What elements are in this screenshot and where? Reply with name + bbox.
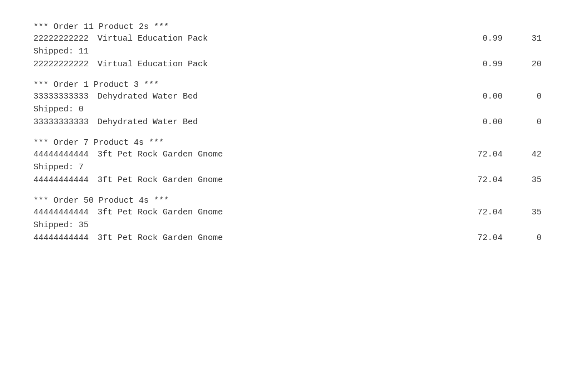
product-name: 3ft Pet Rock Garden Gnome [98,208,223,217]
shipped-line: Shipped: 0 [33,105,542,114]
followup-code: 44444444444 [33,175,89,185]
shipped-text: Shipped: 7 [33,163,84,172]
qty: 35 [525,208,542,217]
followup-name: 3ft Pet Rock Garden Gnome [98,175,223,185]
order-block-1: *** Order 1 Product 3 *** 33333333333 De… [33,80,542,127]
order-header: *** Order 50 Product 4s *** [33,196,542,205]
shipped-text: Shipped: 11 [33,47,89,56]
report-container: *** Order 11 Product 2s *** 22222222222 … [33,22,542,243]
order-header: *** Order 11 Product 2s *** [33,22,542,32]
followup-right: 0.00 0 [475,117,542,127]
followup-row: 22222222222 Virtual Education Pack 0.99 … [33,60,542,69]
followup-price: 0.99 [475,60,503,69]
followup-price: 72.04 [475,175,503,185]
price: 72.04 [475,150,503,159]
product-right: 72.04 35 [475,208,542,217]
followup-name: Dehydrated Water Bed [98,117,198,127]
followup-left: 44444444444 3ft Pet Rock Garden Gnome [33,233,475,243]
product-left: 44444444444 3ft Pet Rock Garden Gnome [33,150,475,159]
product-row: 44444444444 3ft Pet Rock Garden Gnome 72… [33,150,542,159]
followup-qty: 0 [525,233,542,243]
product-right: 0.99 31 [475,34,542,43]
product-row: 44444444444 3ft Pet Rock Garden Gnome 72… [33,208,542,217]
qty: 42 [525,150,542,159]
qty: 0 [525,92,542,101]
product-code: 44444444444 [33,150,89,159]
product-name: 3ft Pet Rock Garden Gnome [98,150,223,159]
followup-row: 44444444444 3ft Pet Rock Garden Gnome 72… [33,175,542,185]
price: 0.00 [475,92,503,101]
followup-right: 72.04 0 [475,233,542,243]
followup-code: 44444444444 [33,233,89,243]
order-block-2: *** Order 7 Product 4s *** 44444444444 3… [33,138,542,185]
followup-left: 33333333333 Dehydrated Water Bed [33,117,475,127]
followup-qty: 35 [525,175,542,185]
followup-qty: 20 [525,60,542,69]
product-code: 33333333333 [33,92,89,101]
product-left: 33333333333 Dehydrated Water Bed [33,92,475,101]
product-right: 0.00 0 [475,92,542,101]
order-header-text: *** Order 50 Product 4s *** [33,196,169,205]
followup-name: Virtual Education Pack [98,60,208,69]
price: 72.04 [475,208,503,217]
followup-price: 72.04 [475,233,503,243]
shipped-line: Shipped: 11 [33,47,542,56]
order-header-text: *** Order 7 Product 4s *** [33,138,164,148]
price: 0.99 [475,34,503,43]
followup-left: 22222222222 Virtual Education Pack [33,60,475,69]
order-header-text: *** Order 11 Product 2s *** [33,22,169,32]
product-row: 33333333333 Dehydrated Water Bed 0.00 0 [33,92,542,101]
followup-left: 44444444444 3ft Pet Rock Garden Gnome [33,175,475,185]
product-left: 22222222222 Virtual Education Pack [33,34,475,43]
followup-price: 0.00 [475,117,503,127]
order-block-3: *** Order 50 Product 4s *** 44444444444 … [33,196,542,243]
product-name: Dehydrated Water Bed [98,92,198,101]
shipped-line: Shipped: 35 [33,220,542,230]
followup-name: 3ft Pet Rock Garden Gnome [98,233,223,243]
product-code: 22222222222 [33,34,89,43]
product-right: 72.04 42 [475,150,542,159]
shipped-text: Shipped: 35 [33,220,89,230]
followup-code: 22222222222 [33,60,89,69]
shipped-text: Shipped: 0 [33,105,84,114]
order-block-0: *** Order 11 Product 2s *** 22222222222 … [33,22,542,69]
product-name: Virtual Education Pack [98,34,208,43]
shipped-line: Shipped: 7 [33,163,542,172]
product-code: 44444444444 [33,208,89,217]
product-row: 22222222222 Virtual Education Pack 0.99 … [33,34,542,43]
order-header-text: *** Order 1 Product 3 *** [33,80,159,90]
order-header: *** Order 7 Product 4s *** [33,138,542,148]
order-header: *** Order 1 Product 3 *** [33,80,542,90]
product-left: 44444444444 3ft Pet Rock Garden Gnome [33,208,475,217]
followup-right: 0.99 20 [475,60,542,69]
followup-right: 72.04 35 [475,175,542,185]
followup-qty: 0 [525,117,542,127]
followup-row: 33333333333 Dehydrated Water Bed 0.00 0 [33,117,542,127]
qty: 31 [525,34,542,43]
followup-row: 44444444444 3ft Pet Rock Garden Gnome 72… [33,233,542,243]
followup-code: 33333333333 [33,117,89,127]
